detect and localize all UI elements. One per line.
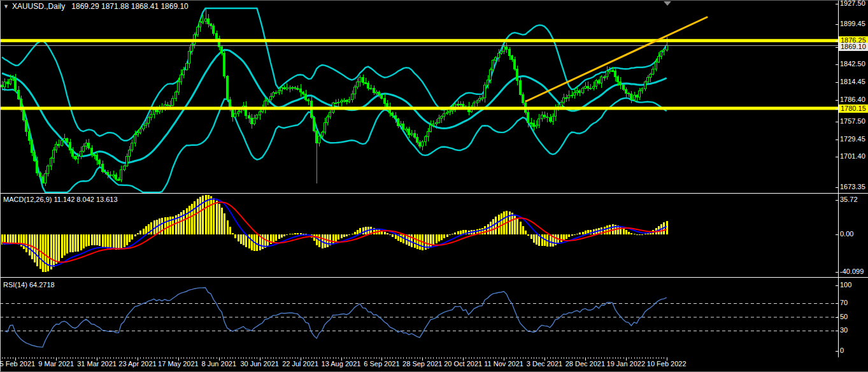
price-axis-label: 1729.45 <box>840 135 865 143</box>
macd-signal-line <box>2 202 667 262</box>
price-axis-label: 1899.45 <box>840 20 865 28</box>
chart-title: ▼XAUUSD.,Daily1869.29 1871.88 1868.41 18… <box>3 2 189 11</box>
symbol-dropdown-icon[interactable]: ▼ <box>3 3 9 10</box>
bollinger-upper-band <box>2 8 667 141</box>
rsi-axis-label: 0 <box>840 347 844 355</box>
rsi-axis-label: 30 <box>840 326 848 334</box>
date-axis-label: 28 Dec 2021 <box>566 360 605 368</box>
chart-shift-marker-icon <box>664 1 671 6</box>
macd-axis-label: 0.00 <box>840 230 853 238</box>
date-axis-label: 15 Feb 2021 <box>0 360 35 368</box>
rsi-axis-label: 100 <box>840 281 851 289</box>
price-axis-label: 1927.50 <box>840 0 865 8</box>
price-axis-label: 1673.35 <box>840 183 865 191</box>
price-axis-label: 1786.40 <box>840 96 865 104</box>
price-axis-label: 1701.40 <box>840 152 865 161</box>
date-axis-label: 6 Sep 2021 <box>364 360 399 368</box>
date-axis-label: 10 Feb 2022 <box>647 360 687 368</box>
date-axis-label: 22 Jul 2021 <box>282 360 318 368</box>
symbol-period-label: XAUUSD.,Daily <box>12 2 65 11</box>
price-axis-label: 1757.50 <box>840 117 865 125</box>
candles-layer <box>1 9 668 186</box>
trend-line[interactable] <box>526 17 707 101</box>
date-axis-label: 19 Jan 2022 <box>607 360 646 368</box>
chart-window: 1927.501899.451876.251869.101842.501814.… <box>0 0 868 372</box>
macd-main-line <box>2 199 667 266</box>
price-axis-label-highlighted: 1780.15 <box>839 104 868 113</box>
date-axis-label: 9 Mar 2021 <box>38 360 74 368</box>
macd-indicator-label: MACD(12,26,9) 11.142 8.042 13.613 <box>3 196 118 204</box>
ohlc-values: 1869.29 1871.88 1868.41 1869.10 <box>71 2 189 11</box>
date-axis-label: 28 Sep 2021 <box>402 360 442 368</box>
price-axis-label-highlighted: 1869.10 <box>839 43 868 51</box>
date-axis-label: 30 Jun 2021 <box>240 360 279 368</box>
price-axis-label: 1842.50 <box>840 60 865 68</box>
rsi-axis-label: 50 <box>840 313 848 321</box>
date-axis-label: 13 Aug 2021 <box>322 360 361 368</box>
date-axis-label: 17 May 2021 <box>158 360 199 368</box>
rsi-axis-label: 70 <box>840 299 848 307</box>
macd-histogram <box>1 195 668 272</box>
date-axis-label: 11 Nov 2021 <box>484 360 523 368</box>
date-axis-label: 20 Oct 2021 <box>444 360 482 368</box>
chart-canvas[interactable] <box>0 1 868 372</box>
macd-axis-label: -40.099 <box>840 268 864 276</box>
date-axis-label: 8 Jun 2021 <box>202 360 236 368</box>
date-axis-label: 3 Dec 2021 <box>527 360 562 368</box>
macd-axis-label: 35.72 <box>840 196 858 204</box>
rsi-indicator-label: RSI(14) 64.2718 <box>3 281 55 289</box>
price-axis-label: 1814.45 <box>840 78 865 86</box>
date-axis-label: 23 Apr 2021 <box>118 360 156 368</box>
date-axis-label: 31 Mar 2021 <box>77 360 117 368</box>
